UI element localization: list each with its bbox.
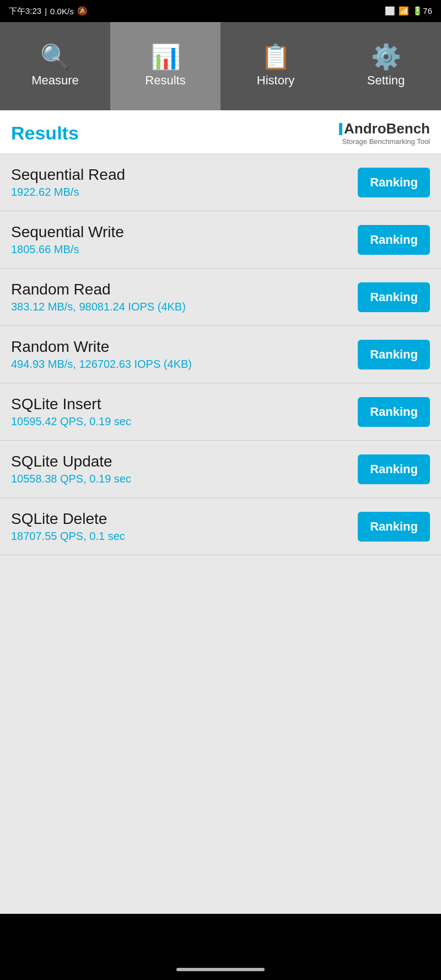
status-time: 下午3:23 xyxy=(9,6,41,17)
tab-history-label: History xyxy=(257,73,294,88)
tab-measure[interactable]: 🔍 Measure xyxy=(0,22,110,110)
ranking-btn-random-read[interactable]: Ranking xyxy=(358,282,430,312)
benchmark-name-sequential-write: Sequential Write xyxy=(11,223,124,241)
setting-icon: ⚙️ xyxy=(371,45,401,69)
history-icon: 📋 xyxy=(261,45,291,69)
benchmark-info-random-read: Random Read 383.12 MB/s, 98081.24 IOPS (… xyxy=(11,281,186,313)
logo-sub: Storage Benchmarking Tool xyxy=(342,137,430,146)
logo-container: AndroBench Storage Benchmarking Tool xyxy=(339,120,430,146)
measure-icon: 🔍 xyxy=(40,45,71,69)
benchmark-value-sequential-write: 1805.66 MB/s xyxy=(11,243,124,256)
ranking-btn-sqlite-insert[interactable]: Ranking xyxy=(358,397,430,427)
results-title: Results xyxy=(11,122,79,144)
ranking-btn-random-write[interactable]: Ranking xyxy=(358,340,430,369)
status-separator: | xyxy=(45,7,47,16)
benchmark-info-sqlite-insert: SQLite Insert 10595.42 QPS, 0.19 sec xyxy=(11,395,131,428)
benchmark-info-sqlite-delete: SQLite Delete 18707.55 QPS, 0.1 sec xyxy=(11,510,125,543)
benchmark-value-sqlite-delete: 18707.55 QPS, 0.1 sec xyxy=(11,530,125,543)
logo-accent-bar xyxy=(339,123,342,135)
benchmark-name-sqlite-update: SQLite Update xyxy=(11,453,131,470)
screen-record-icon: ⬜ xyxy=(385,6,395,16)
benchmark-value-sqlite-insert: 10595.42 QPS, 0.19 sec xyxy=(11,415,131,428)
status-left: 下午3:23 | 0.0K/s 🔕 xyxy=(9,6,88,17)
benchmark-info-sequential-write: Sequential Write 1805.66 MB/s xyxy=(11,223,124,256)
benchmark-row-sqlite-delete: SQLite Delete 18707.55 QPS, 0.1 sec Rank… xyxy=(0,498,441,555)
ranking-btn-sqlite-update[interactable]: Ranking xyxy=(358,454,430,484)
benchmark-row-random-read: Random Read 383.12 MB/s, 98081.24 IOPS (… xyxy=(0,269,441,326)
benchmark-row-sequential-write: Sequential Write 1805.66 MB/s Ranking xyxy=(0,211,441,269)
benchmark-row-sqlite-update: SQLite Update 10558.38 QPS, 0.19 sec Ran… xyxy=(0,441,441,498)
benchmark-name-random-write: Random Write xyxy=(11,338,192,356)
tab-setting[interactable]: ⚙️ Setting xyxy=(331,22,441,110)
status-network: 0.0K/s xyxy=(50,7,74,16)
benchmark-name-sqlite-delete: SQLite Delete xyxy=(11,510,125,528)
logo-text: AndroBench xyxy=(344,120,430,137)
benchmark-value-sequential-read: 1922.62 MB/s xyxy=(11,186,125,199)
benchmark-info-random-write: Random Write 494.93 MB/s, 126702.63 IOPS… xyxy=(11,338,192,371)
tab-results-label: Results xyxy=(145,73,185,88)
tab-history[interactable]: 📋 History xyxy=(220,22,331,110)
ranking-btn-sqlite-delete[interactable]: Ranking xyxy=(358,512,430,542)
benchmark-info-sequential-read: Sequential Read 1922.62 MB/s xyxy=(11,166,125,199)
results-icon: 📊 xyxy=(150,45,181,69)
tab-results[interactable]: 📊 Results xyxy=(110,22,220,110)
content-spacer xyxy=(0,555,441,914)
benchmark-value-random-write: 494.93 MB/s, 126702.63 IOPS (4KB) xyxy=(11,358,192,371)
tab-measure-label: Measure xyxy=(31,73,79,88)
benchmark-list: Sequential Read 1922.62 MB/s Ranking Seq… xyxy=(0,154,441,555)
bottom-bar xyxy=(0,914,441,980)
benchmark-value-sqlite-update: 10558.38 QPS, 0.19 sec xyxy=(11,473,131,485)
tab-setting-label: Setting xyxy=(367,73,405,88)
tab-bar: 🔍 Measure 📊 Results 📋 History ⚙️ Setting xyxy=(0,22,441,110)
ranking-btn-sequential-read[interactable]: Ranking xyxy=(358,168,430,197)
battery-icon: 🔋76 xyxy=(412,6,432,16)
status-bar: 下午3:23 | 0.0K/s 🔕 ⬜ 📶 🔋76 xyxy=(0,0,441,22)
benchmark-row-sequential-read: Sequential Read 1922.62 MB/s Ranking xyxy=(0,154,441,211)
mute-icon: 🔕 xyxy=(77,6,88,16)
home-indicator xyxy=(176,968,265,971)
status-right: ⬜ 📶 🔋76 xyxy=(385,6,432,16)
benchmark-name-random-read: Random Read xyxy=(11,281,186,298)
content-area: Results AndroBench Storage Benchmarking … xyxy=(0,110,441,914)
results-header: Results AndroBench Storage Benchmarking … xyxy=(0,110,441,154)
benchmark-row-random-write: Random Write 494.93 MB/s, 126702.63 IOPS… xyxy=(0,326,441,383)
ranking-btn-sequential-write[interactable]: Ranking xyxy=(358,225,430,255)
wifi-icon: 📶 xyxy=(399,6,409,16)
benchmark-info-sqlite-update: SQLite Update 10558.38 QPS, 0.19 sec xyxy=(11,453,131,485)
benchmark-row-sqlite-insert: SQLite Insert 10595.42 QPS, 0.19 sec Ran… xyxy=(0,383,441,441)
benchmark-value-random-read: 383.12 MB/s, 98081.24 IOPS (4KB) xyxy=(11,301,186,313)
benchmark-name-sqlite-insert: SQLite Insert xyxy=(11,395,131,413)
benchmark-name-sequential-read: Sequential Read xyxy=(11,166,125,184)
logo-main: AndroBench xyxy=(339,120,430,137)
